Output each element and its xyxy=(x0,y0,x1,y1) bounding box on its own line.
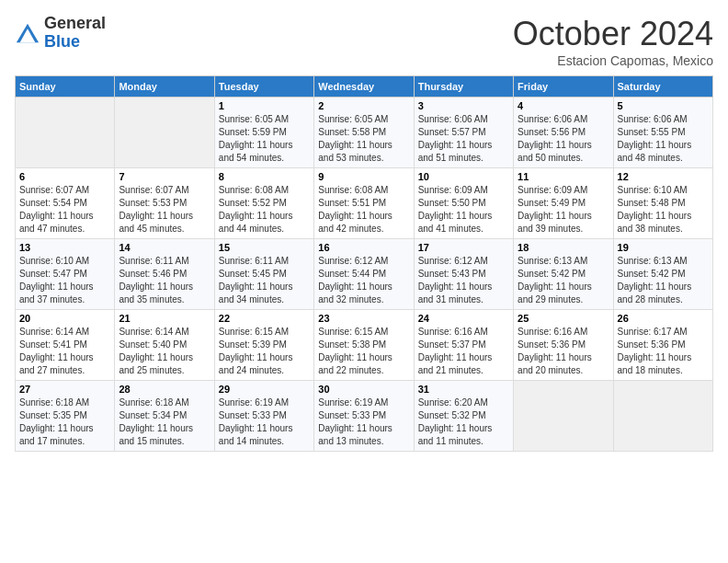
day-info: Sunrise: 6:07 AM Sunset: 5:53 PM Dayligh… xyxy=(119,184,210,236)
calendar-cell: 23Sunrise: 6:15 AM Sunset: 5:38 PM Dayli… xyxy=(314,310,414,381)
day-number: 9 xyxy=(318,171,409,182)
day-number: 26 xyxy=(618,313,709,324)
location-subtitle: Estacion Capomas, Mexico xyxy=(513,53,713,68)
day-info: Sunrise: 6:17 AM Sunset: 5:36 PM Dayligh… xyxy=(618,326,709,377)
day-number: 18 xyxy=(518,242,609,253)
logo-blue-text: Blue xyxy=(44,32,80,51)
calendar-cell: 22Sunrise: 6:15 AM Sunset: 5:39 PM Dayli… xyxy=(214,310,313,381)
calendar-cell: 9Sunrise: 6:08 AM Sunset: 5:51 PM Daylig… xyxy=(314,168,414,239)
calendar-cell: 30Sunrise: 6:19 AM Sunset: 5:33 PM Dayli… xyxy=(314,381,414,452)
calendar-cell: 13Sunrise: 6:10 AM Sunset: 5:47 PM Dayli… xyxy=(16,239,115,310)
calendar-cell: 5Sunrise: 6:06 AM Sunset: 5:55 PM Daylig… xyxy=(613,98,712,168)
logo: General Blue xyxy=(15,15,106,52)
calendar-cell: 18Sunrise: 6:13 AM Sunset: 5:42 PM Dayli… xyxy=(514,239,613,310)
calendar-cell: 25Sunrise: 6:16 AM Sunset: 5:36 PM Dayli… xyxy=(514,310,613,381)
week-row-5: 27Sunrise: 6:18 AM Sunset: 5:35 PM Dayli… xyxy=(16,381,713,452)
day-info: Sunrise: 6:20 AM Sunset: 5:32 PM Dayligh… xyxy=(418,396,509,448)
day-number: 13 xyxy=(19,242,110,253)
day-info: Sunrise: 6:05 AM Sunset: 5:58 PM Dayligh… xyxy=(318,113,409,165)
calendar-cell: 6Sunrise: 6:07 AM Sunset: 5:54 PM Daylig… xyxy=(16,168,115,239)
day-number: 6 xyxy=(19,171,110,182)
column-header-thursday: Thursday xyxy=(414,76,513,98)
day-number: 22 xyxy=(219,313,310,324)
calendar-cell: 12Sunrise: 6:10 AM Sunset: 5:48 PM Dayli… xyxy=(613,168,712,239)
day-number: 31 xyxy=(418,384,509,395)
day-info: Sunrise: 6:06 AM Sunset: 5:56 PM Dayligh… xyxy=(518,113,609,165)
day-number: 2 xyxy=(318,100,409,111)
calendar-cell: 2Sunrise: 6:05 AM Sunset: 5:58 PM Daylig… xyxy=(314,98,414,168)
column-header-saturday: Saturday xyxy=(613,76,712,98)
calendar-cell: 24Sunrise: 6:16 AM Sunset: 5:37 PM Dayli… xyxy=(414,310,513,381)
calendar-cell xyxy=(115,98,214,168)
day-info: Sunrise: 6:08 AM Sunset: 5:52 PM Dayligh… xyxy=(219,184,310,236)
day-number: 14 xyxy=(119,242,210,253)
page-header: General Blue October 2024 Estacion Capom… xyxy=(15,15,713,68)
day-info: Sunrise: 6:16 AM Sunset: 5:37 PM Dayligh… xyxy=(418,326,509,377)
day-number: 1 xyxy=(219,100,310,111)
day-number: 25 xyxy=(518,313,609,324)
calendar-cell: 28Sunrise: 6:18 AM Sunset: 5:34 PM Dayli… xyxy=(115,381,214,452)
day-number: 7 xyxy=(119,171,210,182)
day-info: Sunrise: 6:15 AM Sunset: 5:39 PM Dayligh… xyxy=(219,326,310,377)
calendar-cell: 26Sunrise: 6:17 AM Sunset: 5:36 PM Dayli… xyxy=(613,310,712,381)
day-number: 21 xyxy=(119,313,210,324)
calendar-cell xyxy=(16,98,115,168)
calendar-cell: 21Sunrise: 6:14 AM Sunset: 5:40 PM Dayli… xyxy=(115,310,214,381)
day-info: Sunrise: 6:19 AM Sunset: 5:33 PM Dayligh… xyxy=(219,396,310,448)
day-number: 5 xyxy=(618,100,709,111)
day-info: Sunrise: 6:10 AM Sunset: 5:47 PM Dayligh… xyxy=(19,255,110,306)
day-number: 12 xyxy=(618,171,709,182)
calendar-cell: 17Sunrise: 6:12 AM Sunset: 5:43 PM Dayli… xyxy=(414,239,513,310)
calendar-cell: 15Sunrise: 6:11 AM Sunset: 5:45 PM Dayli… xyxy=(214,239,313,310)
logo-general-text: General xyxy=(44,14,106,32)
day-number: 27 xyxy=(19,384,110,395)
week-row-1: 1Sunrise: 6:05 AM Sunset: 5:59 PM Daylig… xyxy=(16,98,713,168)
calendar-cell: 7Sunrise: 6:07 AM Sunset: 5:53 PM Daylig… xyxy=(115,168,214,239)
column-header-sunday: Sunday xyxy=(16,76,115,98)
day-number: 15 xyxy=(219,242,310,253)
day-info: Sunrise: 6:18 AM Sunset: 5:35 PM Dayligh… xyxy=(19,396,110,448)
logo-icon xyxy=(15,20,40,46)
calendar-cell: 14Sunrise: 6:11 AM Sunset: 5:46 PM Dayli… xyxy=(115,239,214,310)
day-number: 30 xyxy=(318,384,409,395)
calendar-cell: 1Sunrise: 6:05 AM Sunset: 5:59 PM Daylig… xyxy=(214,98,313,168)
column-header-wednesday: Wednesday xyxy=(314,76,414,98)
day-number: 3 xyxy=(418,100,509,111)
day-info: Sunrise: 6:14 AM Sunset: 5:40 PM Dayligh… xyxy=(119,326,210,377)
calendar-cell: 3Sunrise: 6:06 AM Sunset: 5:57 PM Daylig… xyxy=(414,98,513,168)
week-row-3: 13Sunrise: 6:10 AM Sunset: 5:47 PM Dayli… xyxy=(16,239,713,310)
month-title: October 2024 xyxy=(513,15,713,53)
day-info: Sunrise: 6:15 AM Sunset: 5:38 PM Dayligh… xyxy=(318,326,409,377)
calendar-cell: 10Sunrise: 6:09 AM Sunset: 5:50 PM Dayli… xyxy=(414,168,513,239)
day-number: 11 xyxy=(518,171,609,182)
calendar-table: SundayMondayTuesdayWednesdayThursdayFrid… xyxy=(15,75,713,452)
day-number: 19 xyxy=(618,242,709,253)
calendar-cell: 16Sunrise: 6:12 AM Sunset: 5:44 PM Dayli… xyxy=(314,239,414,310)
calendar-cell: 20Sunrise: 6:14 AM Sunset: 5:41 PM Dayli… xyxy=(16,310,115,381)
day-number: 10 xyxy=(418,171,509,182)
day-number: 17 xyxy=(418,242,509,253)
calendar-header-row: SundayMondayTuesdayWednesdayThursdayFrid… xyxy=(16,76,713,98)
day-number: 8 xyxy=(219,171,310,182)
day-info: Sunrise: 6:05 AM Sunset: 5:59 PM Dayligh… xyxy=(219,113,310,165)
day-info: Sunrise: 6:13 AM Sunset: 5:42 PM Dayligh… xyxy=(518,255,609,306)
day-info: Sunrise: 6:06 AM Sunset: 5:55 PM Dayligh… xyxy=(618,113,709,165)
day-number: 4 xyxy=(518,100,609,111)
calendar-cell: 4Sunrise: 6:06 AM Sunset: 5:56 PM Daylig… xyxy=(514,98,613,168)
day-info: Sunrise: 6:12 AM Sunset: 5:43 PM Dayligh… xyxy=(418,255,509,306)
calendar-cell: 19Sunrise: 6:13 AM Sunset: 5:42 PM Dayli… xyxy=(613,239,712,310)
calendar-cell: 11Sunrise: 6:09 AM Sunset: 5:49 PM Dayli… xyxy=(514,168,613,239)
day-info: Sunrise: 6:16 AM Sunset: 5:36 PM Dayligh… xyxy=(518,326,609,377)
day-info: Sunrise: 6:13 AM Sunset: 5:42 PM Dayligh… xyxy=(618,255,709,306)
calendar-cell xyxy=(613,381,712,452)
day-number: 24 xyxy=(418,313,509,324)
calendar-cell xyxy=(514,381,613,452)
week-row-4: 20Sunrise: 6:14 AM Sunset: 5:41 PM Dayli… xyxy=(16,310,713,381)
day-info: Sunrise: 6:07 AM Sunset: 5:54 PM Dayligh… xyxy=(19,184,110,236)
column-header-monday: Monday xyxy=(115,76,214,98)
day-number: 20 xyxy=(19,313,110,324)
day-info: Sunrise: 6:09 AM Sunset: 5:50 PM Dayligh… xyxy=(418,184,509,236)
day-info: Sunrise: 6:11 AM Sunset: 5:45 PM Dayligh… xyxy=(219,255,310,306)
day-info: Sunrise: 6:06 AM Sunset: 5:57 PM Dayligh… xyxy=(418,113,509,165)
column-header-tuesday: Tuesday xyxy=(214,76,313,98)
